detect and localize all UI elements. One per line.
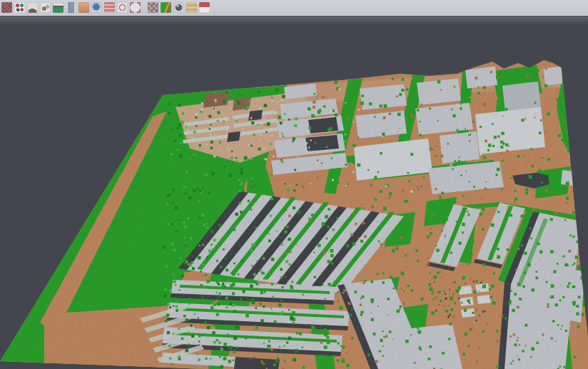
layer-stack-icon[interactable] bbox=[104, 2, 115, 13]
sparse-points-icon[interactable] bbox=[40, 2, 51, 13]
flag-icon[interactable] bbox=[199, 2, 210, 13]
circle-select-icon[interactable] bbox=[117, 2, 128, 13]
sphere-view-icon[interactable] bbox=[173, 2, 184, 13]
column-panel-icon[interactable] bbox=[66, 2, 76, 13]
viewport-3d[interactable] bbox=[0, 24, 588, 369]
globe-icon[interactable] bbox=[91, 2, 102, 13]
terrain-texture-icon[interactable] bbox=[1, 2, 12, 13]
texture-tile-icon[interactable] bbox=[186, 2, 197, 13]
checker-tile-icon[interactable] bbox=[148, 2, 158, 13]
point-classes-icon[interactable] bbox=[14, 2, 25, 13]
viewport-frame bbox=[0, 16, 588, 24]
toolbar bbox=[0, 0, 588, 16]
orthophoto-tile-icon[interactable] bbox=[78, 2, 89, 13]
rect-select-icon[interactable] bbox=[130, 2, 141, 13]
dem-hill-icon[interactable] bbox=[27, 2, 38, 13]
terrain-model-icon[interactable] bbox=[53, 2, 64, 13]
classification-map-icon[interactable] bbox=[161, 2, 171, 13]
